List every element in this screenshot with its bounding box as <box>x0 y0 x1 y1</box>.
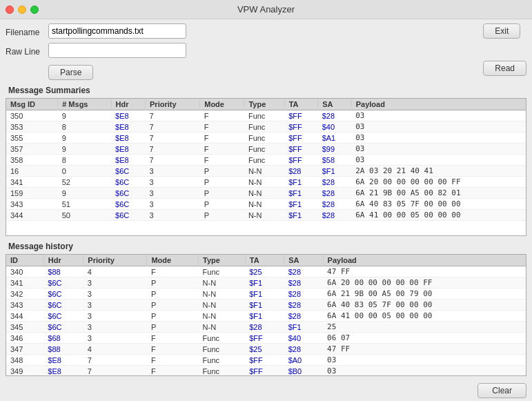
history-header-row: ID Hdr Priority Mode Type TA SA Payload <box>6 255 526 266</box>
parse-button[interactable]: Parse <box>48 65 93 80</box>
table-cell: Func <box>244 155 284 166</box>
filename-label: Filename <box>6 25 40 40</box>
table-cell: $28 <box>245 322 284 333</box>
table-cell: Func <box>244 144 284 155</box>
close-button[interactable] <box>6 6 14 14</box>
table-cell: 349 <box>6 366 43 377</box>
table-cell: N-N <box>199 288 246 300</box>
table-cell: 357 <box>6 144 58 155</box>
table-cell: 358 <box>6 155 58 166</box>
table-cell: 6A 41 00 00 05 00 00 00 <box>351 210 526 221</box>
table-cell: $6C <box>111 188 146 199</box>
table-cell: P <box>200 210 244 221</box>
table-cell: $28 <box>318 110 352 121</box>
table-row: 3559$E87FFunc$FF$A103 <box>6 133 526 144</box>
history-table-container[interactable]: ID Hdr Priority Mode Type TA SA Payload … <box>6 254 526 376</box>
table-cell: $40 <box>318 121 352 133</box>
table-cell: 344 <box>6 210 58 221</box>
clear-button[interactable]: Clear <box>477 383 526 398</box>
table-cell: F <box>200 133 244 144</box>
table-cell: 9 <box>58 133 111 144</box>
table-cell: 8 <box>58 155 111 166</box>
table-cell: 52 <box>58 177 111 188</box>
table-cell: 4 <box>83 266 147 277</box>
table-cell: Func <box>199 266 246 277</box>
table-cell: 9 <box>58 110 111 121</box>
rawline-label: Raw Line <box>6 44 40 59</box>
table-cell: 3 <box>146 188 200 199</box>
table-cell: 3 <box>146 210 200 221</box>
table-cell: 16 <box>6 166 58 177</box>
table-cell: 03 <box>351 144 526 155</box>
table-cell: 8 <box>58 121 111 133</box>
table-cell: 343 <box>6 199 58 210</box>
table-cell: 3 <box>146 177 200 188</box>
table-cell: $6C <box>111 210 146 221</box>
table-cell: N-N <box>199 277 246 288</box>
table-cell: 6A 40 83 05 7F 00 00 00 <box>351 199 526 210</box>
table-cell: $6C <box>43 300 83 311</box>
table-cell: $28 <box>284 311 323 322</box>
table-cell: 3 <box>83 288 147 300</box>
table-cell: 346 <box>6 333 43 344</box>
table-cell: N-N <box>244 177 284 188</box>
table-cell: 6A 21 9B 00 A5 00 79 00 <box>323 288 526 300</box>
table-cell: 355 <box>6 133 58 144</box>
table-cell: N-N <box>244 199 284 210</box>
table-cell: $6C <box>43 277 83 288</box>
table-cell: $F1 <box>284 188 318 199</box>
col-type: Type <box>244 99 284 110</box>
table-row: 341$6C3PN-N$F1$286A 20 00 00 00 00 00 FF <box>6 277 526 288</box>
maximize-button[interactable] <box>30 6 39 14</box>
table-cell: Func <box>199 333 246 344</box>
table-cell: $B0 <box>284 366 323 377</box>
minimize-button[interactable] <box>18 6 26 14</box>
top-section: Filename Raw Line Parse Exit Read <box>6 23 526 80</box>
table-cell: $6C <box>111 177 146 188</box>
read-button[interactable]: Read <box>483 61 526 76</box>
table-cell: P <box>200 166 244 177</box>
rawline-input[interactable] <box>48 43 186 58</box>
summaries-table-container[interactable]: Msg ID # Msgs Hdr Priority Mode Type TA … <box>6 98 526 236</box>
col-ta: TA <box>245 255 284 266</box>
col-mode: Mode <box>200 99 244 110</box>
table-row: 3538$E87FFunc$FF$4003 <box>6 121 526 133</box>
table-cell: F <box>147 344 199 355</box>
table-cell: 7 <box>146 155 200 166</box>
table-cell: 7 <box>146 133 200 144</box>
table-cell: 6A 20 00 00 00 00 00 FF <box>351 177 526 188</box>
table-cell: 9 <box>58 144 111 155</box>
table-cell: $F1 <box>284 177 318 188</box>
table-cell: P <box>200 188 244 199</box>
table-cell: $F1 <box>245 277 284 288</box>
table-cell: 344 <box>6 311 43 322</box>
table-row: 34351$6C3PN-N$F1$286A 40 83 05 7F 00 00 … <box>6 199 526 210</box>
table-cell: $6C <box>111 199 146 210</box>
exit-button[interactable]: Exit <box>483 23 520 39</box>
table-cell: P <box>147 322 199 333</box>
filename-input[interactable] <box>48 23 186 39</box>
table-cell: $FF <box>245 366 284 377</box>
table-cell: 03 <box>351 155 526 166</box>
table-row: 160$6C3PN-N$28$F12A 03 20 21 40 41 <box>6 166 526 177</box>
col-type: Type <box>199 255 246 266</box>
table-row: 340$884FFunc$25$2847 FF <box>6 266 526 277</box>
table-cell: $F1 <box>245 288 284 300</box>
table-cell: 341 <box>6 177 58 188</box>
table-cell: $FF <box>245 355 284 366</box>
table-cell: 50 <box>58 210 111 221</box>
table-cell: N-N <box>244 166 284 177</box>
table-cell: 2A 03 20 21 40 41 <box>351 166 526 177</box>
table-cell: 3 <box>146 166 200 177</box>
bottom-bar: Clear <box>0 380 532 401</box>
table-cell: P <box>147 300 199 311</box>
table-cell: 51 <box>58 199 111 210</box>
table-cell: $88 <box>43 344 83 355</box>
table-cell: 47 FF <box>323 344 526 355</box>
table-cell: 03 <box>323 355 526 366</box>
main-content: Filename Raw Line Parse Exit Read Messag… <box>0 19 532 380</box>
table-cell: 6A 21 9B 00 A5 00 82 01 <box>351 188 526 199</box>
table-cell: 342 <box>6 288 43 300</box>
table-cell: 347 <box>6 344 43 355</box>
table-cell: 345 <box>6 322 43 333</box>
